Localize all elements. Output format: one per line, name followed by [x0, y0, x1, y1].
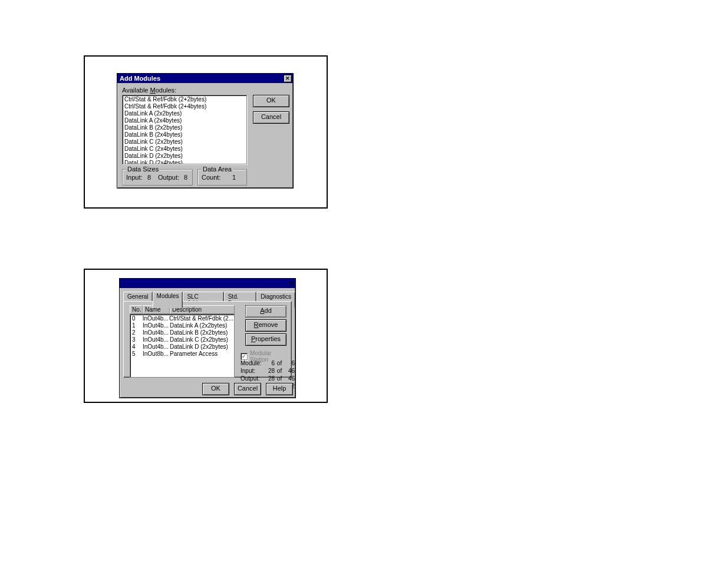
table-row: 4InOut4b...DataLink D (2x2bytes) [131, 343, 233, 351]
table-row: 5InOut8b...Parameter Access [131, 351, 233, 358]
available-modules-listbox[interactable]: Ctrl/Stat & Ref/Fdbk (2+2bytes) Ctrl/Sta… [122, 95, 247, 164]
ok-button[interactable]: OK [253, 95, 289, 107]
list-item[interactable]: DataLink C (2x2bytes) [124, 138, 245, 146]
properties-button[interactable]: Properties [245, 333, 286, 346]
data-sizes-group: Data Sizes Input: 8 Output: 8 [122, 169, 193, 186]
list-item[interactable]: DataLink B (2x4bytes) [124, 131, 245, 138]
tab-panel: No. Name Description 0InOut4b...Ctrl/Sta… [123, 301, 292, 378]
list-item[interactable]: DataLink B (2x2bytes) [124, 124, 245, 131]
list-item[interactable]: DataLink D (2x2bytes) [124, 153, 245, 160]
input-value: 8 [147, 174, 151, 181]
cancel-button[interactable]: Cancel [253, 111, 289, 124]
ok-button[interactable]: OK [202, 383, 229, 395]
add-modules-dialog: Add Modules ✕ Available Modules: Ctrl/St… [117, 73, 294, 189]
close-icon[interactable]: ✕ [289, 280, 294, 287]
table-row: 3InOut4b...DataLink C (2x2bytes) [131, 336, 233, 343]
figure-modules-tab: ✕ General Modules SLC Address Std. Prms … [84, 269, 328, 403]
titlebar: Add Modules ✕ [117, 74, 293, 83]
close-icon[interactable]: ✕ [284, 75, 292, 82]
group-title: Data Area [202, 166, 233, 173]
list-item[interactable]: Ctrl/Stat & Ref/Fdbk (2+4bytes) [124, 103, 245, 110]
count-label: Count: [202, 174, 220, 181]
data-area-group: Data Area Count: 1 [197, 169, 247, 186]
properties-dialog: ✕ General Modules SLC Address Std. Prms … [119, 278, 296, 398]
window-title: Add Modules [120, 75, 160, 82]
modules-table[interactable]: 0InOut4b...Ctrl/Stat & Ref/Fdbk (2... 1I… [130, 314, 235, 378]
add-button[interactable]: Add [245, 305, 286, 318]
remove-button[interactable]: Remove [245, 319, 286, 332]
list-item[interactable]: DataLink A (2x4bytes) [124, 117, 245, 124]
titlebar: ✕ [120, 279, 295, 288]
output-value: 8 [184, 174, 187, 181]
output-label: Output: [158, 174, 179, 181]
list-item[interactable]: DataLink D (2x4bytes) [124, 160, 245, 164]
list-item[interactable]: Ctrl/Stat & Ref/Fdbk (2+2bytes) [124, 96, 245, 103]
list-item[interactable]: DataLink C (2x4bytes) [124, 146, 245, 153]
input-label: Input: [126, 174, 143, 181]
table-row: 2InOut4b...DataLink B (2x2bytes) [131, 329, 233, 336]
col-no: No. [130, 305, 143, 314]
available-modules-label: Available Modules: [122, 87, 176, 94]
cancel-button[interactable]: Cancel [234, 383, 261, 395]
group-title: Data Sizes [126, 166, 160, 173]
help-button[interactable]: Help [266, 383, 293, 395]
count-value: 1 [232, 174, 236, 181]
tab-modules[interactable]: Modules [153, 292, 183, 308]
table-row: 0InOut4b...Ctrl/Stat & Ref/Fdbk (2... [131, 315, 233, 322]
list-item[interactable]: DataLink A (2x2bytes) [124, 110, 245, 117]
table-row: 1InOut4b...DataLink A (2x2bytes) [131, 322, 233, 329]
figure-add-modules: Add Modules ✕ Available Modules: Ctrl/St… [84, 55, 328, 209]
